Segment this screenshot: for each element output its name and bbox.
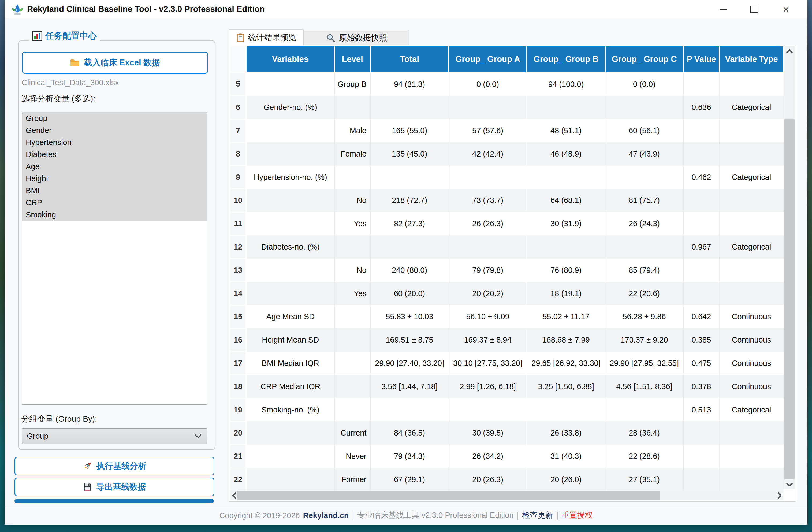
column-header[interactable]: Group_ Group C <box>605 46 683 73</box>
cell-total: 67 (29.1) <box>371 468 449 491</box>
minimize-icon <box>720 9 727 10</box>
table-row[interactable]: 9Hypertension-no. (%)0.462Categorical <box>231 166 784 189</box>
cell-total <box>371 96 449 119</box>
row-number: 16 <box>231 328 246 351</box>
horizontal-scrollbar[interactable] <box>231 491 783 500</box>
variable-option[interactable]: Group <box>22 112 207 124</box>
cell-variable <box>246 445 334 468</box>
load-excel-button[interactable]: 载入临床 Excel 数据 <box>22 52 208 74</box>
cell-group_b: 76 (80.9) <box>527 259 605 282</box>
cell-var_type: Continuous <box>719 375 784 398</box>
footer-divider <box>4 506 808 506</box>
table-row[interactable]: 10No218 (72.7)73 (73.7)64 (68.1)81 (75.7… <box>231 189 784 212</box>
cell-var_type <box>719 445 784 468</box>
cell-level <box>334 351 371 375</box>
export-data-button[interactable]: 导出基线数据 <box>14 478 214 497</box>
folder-icon <box>70 59 79 67</box>
row-number: 14 <box>231 282 246 305</box>
cell-group_c: 60 (56.1) <box>605 119 683 142</box>
scroll-right-arrow[interactable] <box>775 491 783 500</box>
table-row[interactable]: 6Gender-no. (%)0.636Categorical <box>231 96 784 119</box>
cell-group_c: 27 (35.1) <box>605 468 683 491</box>
table-row[interactable]: 11Yes82 (27.3)26 (26.3)30 (31.9)26 (24.3… <box>231 212 784 235</box>
table-row[interactable]: 17BMI Median IQR29.90 [27.40, 33.20]30.1… <box>231 351 784 375</box>
vertical-scroll-thumb[interactable] <box>784 119 795 479</box>
group-by-select[interactable]: Group <box>22 428 207 444</box>
cell-group_a: 20 (26.3) <box>449 468 527 491</box>
column-header[interactable]: Level <box>334 46 371 73</box>
variable-option[interactable]: Hypertension <box>22 136 207 148</box>
table-row[interactable]: 8Female135 (45.0)42 (42.4)46 (48.9)47 (4… <box>231 142 784 166</box>
cell-var_type: Continuous <box>719 305 784 328</box>
cell-p_value <box>683 119 719 142</box>
column-header[interactable]: P Value <box>683 46 719 73</box>
cell-var_type: Categorical <box>719 398 784 421</box>
cell-p_value: 0.967 <box>683 235 719 259</box>
variable-option[interactable]: Smoking <box>22 209 207 221</box>
column-header[interactable]: Variables <box>246 46 334 73</box>
column-header[interactable]: Group_ Group A <box>449 46 527 73</box>
variable-option[interactable]: Diabetes <box>22 148 207 160</box>
close-button[interactable]: × <box>778 0 794 19</box>
horizontal-scroll-thumb[interactable] <box>237 491 660 500</box>
row-number: 15 <box>231 305 246 328</box>
variable-option[interactable]: Gender <box>22 124 207 136</box>
task-config-legend: 任务配置中心 <box>29 30 101 42</box>
cell-total: 84 (36.5) <box>371 421 449 445</box>
variable-option[interactable]: CRP <box>22 197 207 209</box>
reset-license-link[interactable]: 重置授权 <box>562 510 593 521</box>
run-analysis-button[interactable]: 执行基线分析 <box>14 457 214 475</box>
cell-variable <box>246 142 334 166</box>
table-row[interactable]: 22Former67 (29.1)20 (26.3)20 (26.0)27 (3… <box>231 468 784 491</box>
cell-group_a: 26 (34.2) <box>449 445 527 468</box>
cell-total <box>371 235 449 259</box>
variable-option[interactable]: BMI <box>22 185 207 197</box>
table-row[interactable]: 5Group B94 (31.3)0 (0.0)94 (100.0)0 (0.0… <box>231 73 784 96</box>
check-update-link[interactable]: 检查更新 <box>522 510 553 521</box>
cell-total: 55.83 ± 10.03 <box>371 305 449 328</box>
cell-level: Yes <box>334 282 371 305</box>
minimize-button[interactable] <box>715 0 731 19</box>
tab-results-preview[interactable]: 统计结果预览 <box>229 29 304 46</box>
maximize-button[interactable] <box>746 0 763 19</box>
cell-p_value: 0.385 <box>683 328 719 351</box>
scroll-up-arrow[interactable] <box>784 46 795 56</box>
table-row[interactable]: 18CRP Median IQR3.56 [1.44, 7.18]2.99 [1… <box>231 375 784 398</box>
tab-raw-data-snapshot[interactable]: 原始数据快照 <box>304 31 409 45</box>
scroll-down-arrow[interactable] <box>784 479 795 489</box>
tab-snapshot-label: 原始数据快照 <box>339 32 387 43</box>
cell-group_c: 0 (0.0) <box>605 73 683 96</box>
cell-level: Yes <box>334 212 371 235</box>
table-row[interactable]: 7Male165 (55.0)57 (57.6)48 (51.1)60 (56.… <box>231 119 784 142</box>
cell-group_b: 30 (31.9) <box>527 212 605 235</box>
row-number: 7 <box>231 119 246 142</box>
variables-listbox[interactable]: GroupGenderHypertensionDiabetesAgeHeight… <box>22 112 207 405</box>
table-row[interactable]: 20Current84 (36.5)30 (39.5)26 (33.8)28 (… <box>231 421 784 445</box>
table-row[interactable]: 19Smoking-no. (%)0.513Categorical <box>231 398 784 421</box>
column-header[interactable]: Group_ Group B <box>527 46 605 73</box>
variable-option[interactable]: Age <box>22 160 207 173</box>
variable-option[interactable]: Height <box>22 173 207 185</box>
cell-group_c: 26 (24.3) <box>605 212 683 235</box>
cell-total: 165 (55.0) <box>371 119 449 142</box>
app-window: Rekyland Clinical Baseline Tool - v2.3.0… <box>4 0 808 525</box>
table-row[interactable]: 13No240 (80.0)79 (79.8)76 (80.9)85 (79.4… <box>231 259 784 282</box>
loaded-file-name: Clinical_Test_Data_300.xlsx <box>22 78 119 87</box>
cell-group_b: 48 (51.1) <box>527 119 605 142</box>
cell-p_value <box>683 445 719 468</box>
cell-variable <box>246 189 334 212</box>
cell-group_c: 47 (43.9) <box>605 142 683 166</box>
column-header[interactable]: Total <box>371 46 449 73</box>
vertical-scrollbar[interactable] <box>784 46 795 489</box>
table-row[interactable]: 16Height Mean SD169.51 ± 8.75169.37 ± 8.… <box>231 328 784 351</box>
cell-variable: Hypertension-no. (%) <box>246 166 334 189</box>
column-header[interactable]: Variable Type <box>719 46 784 73</box>
cell-total <box>371 166 449 189</box>
chevron-down-icon <box>194 434 202 438</box>
table-row[interactable]: 21Never79 (34.3)26 (34.2)31 (40.3)22 (28… <box>231 445 784 468</box>
table-row[interactable]: 15Age Mean SD55.83 ± 10.0356.10 ± 9.0955… <box>231 305 784 328</box>
table-row[interactable]: 12Diabetes-no. (%)0.967Categorical <box>231 235 784 259</box>
cell-group_b <box>527 235 605 259</box>
table-row[interactable]: 14Yes60 (20.0)20 (20.2)18 (19.1)22 (20.6… <box>231 282 784 305</box>
cell-level: Group B <box>334 73 371 96</box>
